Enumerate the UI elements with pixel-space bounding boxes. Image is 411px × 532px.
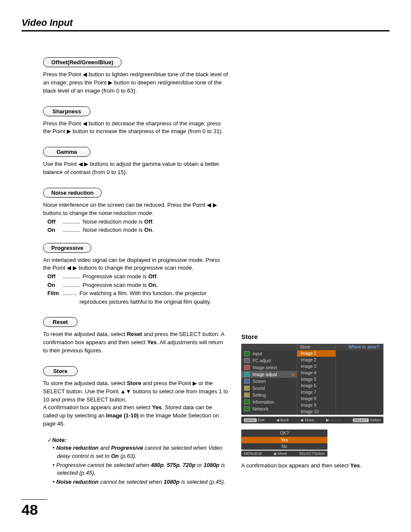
osd-right-pane: Where to store? [336,344,383,415]
osd-left-pane: Input PC adjust Image select Image adjus… [241,344,297,415]
osd-item-network[interactable]: Network [241,405,297,412]
osd-image-8[interactable]: Image 8 [297,395,336,402]
noise-text: Noise interference on the screen can be … [43,201,228,234]
note-heading: ✓Note: [47,437,228,443]
osd-item-imageselect[interactable]: Image select [241,364,297,371]
offset-text: Press the Point ◀ button to lighten red/… [43,71,228,95]
osd-item-sound[interactable]: Sound [241,385,297,392]
osd-image-1[interactable]: Image 1 [297,350,336,357]
note-item-3: •Noise reduction cannot be selected when… [53,478,228,486]
osd-image-5[interactable]: Image 5 [297,376,336,383]
noise-opt-off: Off........... Noise reduction mode is O… [47,218,228,226]
osd-image-9[interactable]: Image 9 [297,402,336,408]
gamma-heading: Gamma [43,147,90,157]
osd-image-10[interactable]: Image 10 [297,408,336,415]
note-item-2: •Progressive cannot be selected when 480… [53,461,228,478]
osd-menu: Input PC adjust Image select Image adjus… [241,344,383,415]
confirm-question: OK? [241,429,327,437]
osd-item-input[interactable]: Input [241,350,297,357]
note-item-1: •Noise reduction and Progressive cannot … [53,444,228,460]
osd-item-screen[interactable]: Screen [241,378,297,385]
osd-item-setting[interactable]: Setting [241,392,297,398]
progressive-text: An interlaced video signal can be displa… [43,256,228,306]
store-heading: Store [43,366,78,376]
confirm-footer: MENUExit ◆ Move SELECTSelect [241,451,327,457]
progressive-heading: Progressive [43,243,91,253]
osd-image-4[interactable]: Image 4 [297,370,336,376]
store-subhead: Store [241,333,383,340]
osd-mid-pane: Store Image 1 Image 2 Image 3 Image 4 Im… [297,344,336,415]
prog-opt-film: Film......... For watching a film. With … [47,289,228,306]
store-text: To store the adjusted data, select Store… [43,380,228,428]
right-column: Store Input PC adjust Image select Image… [241,57,389,486]
page-number: 48 [22,499,47,518]
confirm-caption: A confirmation box appears and then sele… [241,462,383,470]
osd-item-imageadjust[interactable]: Image adjust◀ [241,371,297,378]
confirm-no[interactable]: No [241,443,327,450]
confirm-yes[interactable]: Yes [241,437,327,443]
noise-opt-on: On........... Noise reduction mode is On… [47,226,228,234]
osd-image-7[interactable]: Image 7 [297,389,336,395]
osd-image-2[interactable]: Image 2 [297,357,336,363]
prog-opt-on: On........... Progressive scan mode is O… [47,281,228,289]
osd-image-3[interactable]: Image 3 [297,363,336,370]
offset-heading: Offset(Red/Green/Blue) [43,57,121,67]
osd-item-pcadjust[interactable]: PC adjust [241,357,297,364]
sharpness-text: Press the Point ◀ button to decrease the… [43,120,228,136]
page-title: Video Input [22,17,389,31]
reset-text: To reset the adjusted data, select Reset… [43,330,228,355]
reset-heading: Reset [43,317,78,327]
noise-heading: Noise reduction [43,188,102,198]
osd-footer: MENUExit ◀ Back ◆ Move ▶ - - - - - SELEC… [241,417,383,423]
osd-item-information[interactable]: Information [241,398,297,405]
left-column: Offset(Red/Green/Blue) Press the Point ◀… [22,57,228,486]
sharpness-heading: Sharpness [43,106,90,116]
confirm-dialog: OK? Yes No [241,429,327,450]
osd-image-6[interactable]: Image 6 [297,383,336,389]
gamma-text: Use the Point ◀ ▶ buttons to adjust the … [43,160,228,177]
prog-opt-off: Off........... Progressive scan mode is … [47,272,228,281]
chevron-right-icon: ◀ [291,372,294,377]
